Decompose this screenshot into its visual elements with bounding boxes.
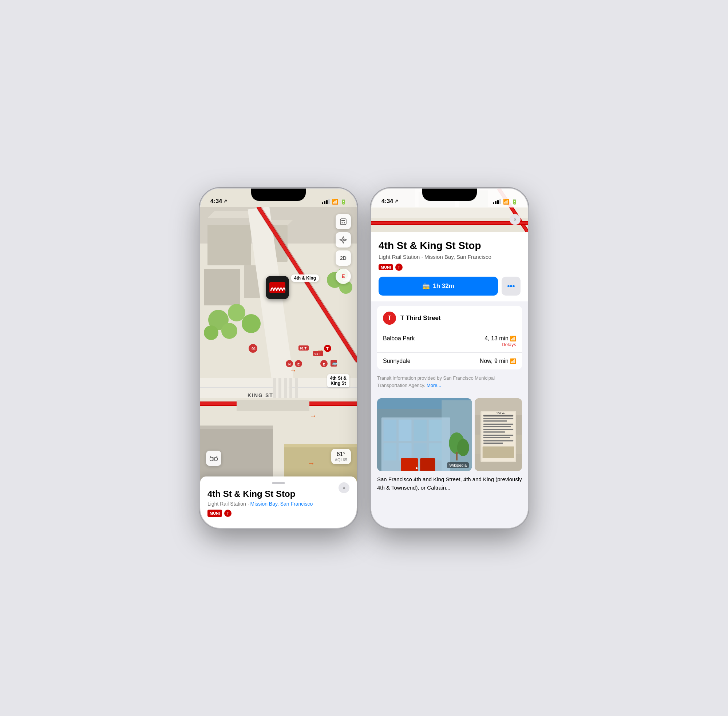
compass-button[interactable]: E	[335, 268, 351, 284]
svg-rect-111	[484, 437, 510, 438]
station-pin[interactable]: 4th & King	[266, 276, 289, 299]
svg-rect-110	[484, 435, 513, 436]
detail-subtitle: Light Rail Station · Mission Bay, San Fr…	[379, 254, 520, 260]
svg-text:91 T: 91 T	[300, 347, 307, 350]
sheet-title: 4th St & King St Stop	[208, 489, 349, 499]
map-controls: 2D E	[335, 214, 351, 284]
svg-point-13	[204, 325, 218, 340]
detail-main-card: 4th St & King St Stop Light Rail Station…	[371, 232, 528, 302]
t-badge: T	[224, 510, 232, 517]
svg-rect-24	[295, 378, 298, 398]
stop-name-sunnydale: Sunnydale	[383, 358, 411, 364]
wifi-icon-right: 📶	[503, 199, 509, 205]
svg-text:E: E	[297, 363, 300, 366]
svg-rect-113	[484, 443, 503, 444]
svg-rect-104	[484, 418, 513, 419]
compass-label: E	[341, 273, 345, 279]
info-text: Transit information provided by San Fran…	[371, 369, 528, 394]
binoculars-button[interactable]	[206, 451, 221, 466]
svg-rect-103	[484, 415, 513, 416]
muni-badge: MUNI	[208, 510, 222, 517]
notch	[251, 188, 306, 201]
detail-transit-row: MUNI T	[379, 264, 520, 271]
live-signal-icon-1: 📶	[510, 335, 516, 341]
sheet-subtitle: Light Rail Station · Mission Bay, San Fr…	[208, 501, 349, 507]
transit-section: T T Third Street Balboa Park 4, 13 min 📶	[377, 306, 522, 369]
svg-rect-20	[273, 378, 276, 398]
svg-text:T: T	[326, 347, 329, 351]
svg-rect-31	[200, 426, 273, 429]
transit-stop-sunnydale: Sunnydale Now, 9 min 📶	[377, 353, 522, 369]
map-view[interactable]: → → → → 91 N E E 🚌 T	[200, 188, 357, 528]
svg-rect-102	[483, 447, 514, 459]
weather-badge: 61° AQI 65	[331, 449, 351, 464]
svg-text:→: →	[309, 412, 317, 420]
stop-times-balboa: 4, 13 min 📶 Delays	[484, 335, 516, 347]
svg-rect-106	[484, 424, 513, 425]
route-name: T Third Street	[400, 314, 441, 322]
detail-muni-badge: MUNI	[379, 264, 393, 270]
wiki-preview-text: San Francisco 4th and King Street, 4th a…	[377, 475, 522, 492]
svg-text:150 Ye: 150 Ye	[496, 412, 505, 415]
close-button[interactable]: ×	[338, 482, 349, 493]
aqi-display: AQI 65	[335, 458, 347, 462]
stop-name-balboa: Balboa Park	[383, 335, 415, 342]
photo-wikipedia-label: Wikipedia	[447, 462, 469, 468]
more-options-button[interactable]: •••	[502, 277, 520, 296]
transit-layer-button[interactable]	[335, 214, 351, 229]
svg-rect-81	[399, 420, 411, 441]
map-label-4th-king: 4th St &King St	[327, 374, 349, 387]
transit-directions-button[interactable]: 🚋 1h 32m	[379, 277, 498, 296]
svg-point-12	[221, 323, 237, 339]
muni-pin-icon[interactable]	[266, 276, 289, 299]
photo-main-station[interactable]: Wikipedia	[377, 398, 472, 471]
location-link-2[interactable]: San Francisco	[280, 501, 313, 507]
transit-stop-balboa: Balboa Park 4, 13 min 📶 Delays	[377, 330, 522, 353]
detail-view: × 4th St & King St Stop Light Rail Stati…	[371, 188, 528, 528]
right-iphone: 4:34 ↗ 📶 🔋	[371, 188, 528, 528]
sheet-handle	[272, 482, 285, 484]
svg-rect-83	[429, 420, 441, 441]
status-icons-right: 📶 🔋	[493, 199, 517, 205]
svg-rect-89	[420, 458, 435, 471]
battery-icon: 🔋	[340, 199, 347, 205]
svg-rect-60	[342, 221, 345, 222]
svg-point-58	[342, 222, 343, 223]
svg-text:→: →	[290, 366, 297, 374]
svg-rect-80	[384, 420, 396, 441]
route-t-circle: T	[383, 312, 396, 325]
status-time-left: 4:34 ↗	[211, 198, 227, 205]
svg-text:E: E	[323, 363, 325, 366]
live-signal-icon-2: 📶	[510, 358, 516, 364]
left-iphone: 4:34 ↗ 📶 🔋	[200, 188, 357, 528]
svg-rect-86	[414, 443, 426, 460]
pin-label: 4th & King	[291, 275, 319, 282]
detail-close-button[interactable]: ×	[510, 214, 520, 225]
svg-rect-34	[237, 400, 309, 411]
battery-icon-right: 🔋	[511, 199, 517, 205]
location-link-1[interactable]: Mission Bay,	[250, 501, 279, 507]
svg-rect-57	[341, 220, 345, 221]
svg-point-61	[343, 239, 344, 241]
more-info-link[interactable]: More...	[426, 382, 441, 388]
svg-rect-93	[456, 452, 458, 460]
photo-secondary-plaque[interactable]: 150 Ye	[475, 398, 522, 471]
detail-scroll-content[interactable]: 4th St & King St Stop Light Rail Station…	[371, 232, 528, 528]
stop-times-sunnydale: Now, 9 min 📶	[480, 358, 516, 364]
detail-location-link-1[interactable]: Mission Bay,	[425, 254, 455, 260]
location-arrow-icon: ↗	[223, 199, 227, 204]
svg-text:🚌: 🚌	[332, 360, 337, 366]
temperature: 61°	[335, 451, 347, 458]
svg-point-90	[416, 467, 417, 469]
svg-rect-84	[384, 443, 396, 460]
svg-rect-85	[399, 443, 411, 460]
svg-point-11	[242, 314, 261, 333]
delay-label-balboa: Delays	[484, 342, 516, 347]
detail-location-link-2[interactable]: San Francisco	[457, 254, 491, 260]
status-time-right: 4:34 ↗	[381, 198, 398, 205]
svg-rect-105	[484, 420, 507, 422]
location-button[interactable]	[335, 232, 351, 247]
svg-rect-68	[371, 207, 528, 218]
svg-point-10	[228, 304, 245, 322]
2d-button[interactable]: 2D	[335, 250, 351, 266]
